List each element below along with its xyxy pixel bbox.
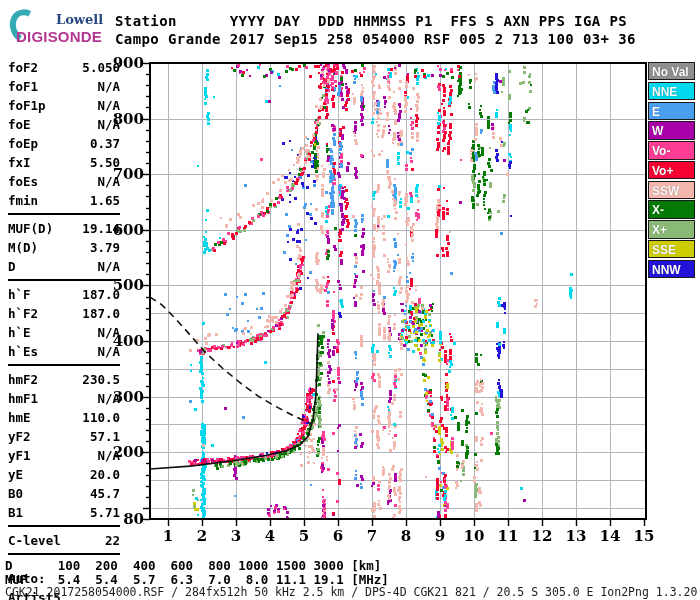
param-row-d: DN/A [8,257,120,276]
y-tick-label-600: 600 [108,223,144,238]
param-label: fmin [8,191,38,210]
param-label: B0 [8,484,23,503]
y-tick-label-500: 500 [108,278,144,293]
param-row-foes: foEsN/A [8,172,120,191]
param-label: fxI [8,153,31,172]
digisonde-logo: Lowell DIGISONDE [4,6,114,50]
param-divider [8,279,120,281]
param-row-hf: h`F187.0 [8,285,120,304]
doppler-direction-legend: No ValNNEEWVo-Vo+SSWX-X+SSENNW [648,62,697,280]
x-tick-label-13: 13 [563,527,589,545]
param-label: C-level [8,531,61,550]
param-label: hmF1 [8,389,38,408]
legend-item-e: E [648,102,695,120]
y-tick-label-200: 200 [108,445,144,460]
measurement-info-line: CGK21_2017258054000.RSF / 284fx512h 50 k… [5,585,697,599]
x-tick-label-12: 12 [529,527,555,545]
legend-item-nv: No Val [648,62,695,80]
digisonde-ionogram-screen: Lowell DIGISONDE Station YYYY DAY DDD HH… [0,0,700,600]
y-tick-label-80: 80 [108,512,144,527]
y-tick-label-300: 300 [108,390,144,405]
param-divider [8,213,120,215]
param-label: foEs [8,172,38,191]
param-row-foep: foEp0.37 [8,134,120,153]
param-label: h`Es [8,342,38,361]
param-row-md: M(D)3.79 [8,238,120,257]
legend-item-vm: Vo- [648,141,695,159]
param-value: 187.0 [82,304,120,323]
param-divider [8,553,120,555]
param-label: hmE [8,408,31,427]
param-row-hmf1: hmF1N/A [8,389,120,408]
param-value: 45.7 [90,484,120,503]
param-value: 1.65 [90,191,120,210]
param-label: h`F2 [8,304,38,323]
y-tick-label-700: 700 [108,167,144,182]
legend-item-xp: X+ [648,220,695,238]
param-label: B1 [8,503,23,522]
param-value: 22 [105,531,120,550]
param-value: 0.37 [90,134,120,153]
param-row-yf1: yF1N/A [8,446,120,465]
param-row-hf2: h`F2187.0 [8,304,120,323]
distance-row: D 100 200 400 600 800 1000 1500 3000 [km… [5,558,381,573]
param-row-fof1p: foF1pN/A [8,96,120,115]
param-divider [8,364,120,366]
param-row-he: h`EN/A [8,323,120,342]
legend-item-xm: X- [648,200,695,218]
param-row-b1: B15.71 [8,503,120,522]
legend-item-w: W [648,121,695,139]
parameter-panel: foF25.050foF1N/AfoF1pN/AfoEN/AfoEp0.37fx… [8,58,120,600]
param-row-fof1: foF1N/A [8,77,120,96]
param-label: yE [8,465,23,484]
x-tick-label-6: 6 [325,527,351,545]
param-row-yf2: yF257.1 [8,427,120,446]
param-value: N/A [97,77,120,96]
param-label: h`E [8,323,31,342]
x-tick-label-14: 14 [597,527,623,545]
param-label: foF2 [8,58,38,77]
param-row-fof2: foF25.050 [8,58,120,77]
x-tick-label-3: 3 [223,527,249,545]
x-tick-label-8: 8 [393,527,419,545]
param-row-ye: yE20.0 [8,465,120,484]
legend-item-sse: SSE [648,240,695,258]
param-label: foF1p [8,96,46,115]
param-row-hmf2: hmF2230.5 [8,370,120,389]
y-tick-label-900: 900 [108,56,144,71]
param-row-foe: foEN/A [8,115,120,134]
param-divider [8,525,120,527]
param-row-b0: B045.7 [8,484,120,503]
param-label: MUF(D) [8,219,53,238]
param-label: M(D) [8,238,38,257]
x-tick-label-15: 15 [631,527,657,545]
param-row-mufd: MUF(D)19.14 [8,219,120,238]
y-tick-label-400: 400 [108,334,144,349]
param-value: N/A [97,257,120,276]
param-row-fxi: fxI5.50 [8,153,120,172]
param-value: 110.0 [82,408,120,427]
x-tick-label-11: 11 [495,527,521,545]
param-label: foE [8,115,31,134]
x-tick-label-7: 7 [359,527,385,545]
legend-item-nne: NNE [648,82,695,100]
x-tick-label-5: 5 [291,527,317,545]
logo-lowell-text: Lowell [56,12,103,27]
param-row-hes: h`EsN/A [8,342,120,361]
param-label: yF2 [8,427,31,446]
param-row-fmin: fmin1.65 [8,191,120,210]
param-row-hme: hmE110.0 [8,408,120,427]
x-tick-label-9: 9 [427,527,453,545]
param-label: yF1 [8,446,31,465]
param-row-clevel: C-level22 [8,531,120,550]
x-tick-label-2: 2 [189,527,215,545]
param-value: 230.5 [82,370,120,389]
param-label: foEp [8,134,38,153]
logo-digisonde-text: DIGISONDE [16,28,102,45]
y-tick-label-800: 800 [108,112,144,127]
param-value: 20.0 [90,465,120,484]
param-label: D [8,257,16,276]
header-block: Station YYYY DAY DDD HHMMSS P1 FFS S AXN… [115,12,636,48]
legend-item-nnw: NNW [648,260,695,278]
param-value: 3.79 [90,238,120,257]
